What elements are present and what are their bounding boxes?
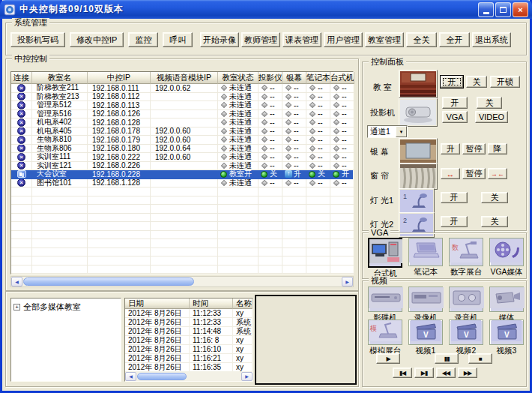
classroom-row[interactable]: 大会议室192.168.0.228教室开关↑升关开 [11,170,353,179]
log-column-header[interactable]: 时间 [190,298,233,309]
screen-up-button[interactable]: 升 [441,143,460,154]
screen-down-button[interactable]: 降 [488,143,507,154]
video-item-video3[interactable]: V 视频3 [487,320,526,356]
system-button[interactable]: 教师管理 [241,32,280,47]
classroom-image-button[interactable] [399,70,438,98]
minimize-button[interactable] [478,2,494,17]
projector-image-button[interactable] [399,98,438,127]
log-row[interactable]: 2012年 8月26日11:16:10xy [125,345,253,354]
log-row[interactable]: 2012年 8月26日11:16:21xy [125,354,253,363]
empty-cell [259,188,282,196]
classroom-row[interactable]: ×实训室121192.168.0.226未连通-------- [11,162,353,171]
system-button[interactable]: 全开 [439,32,470,47]
classroom-on-button[interactable]: 开 [441,76,463,88]
log-scroll-left-icon[interactable]: ◀ [125,372,136,381]
column-header[interactable]: 中控IP [88,72,151,84]
classroom-row[interactable]: ×机电系405192.168.0.178192.0.0.60未连通-------… [11,128,353,136]
classroom-row[interactable]: ×阶梯教室213192.168.0.112未连通-------- [11,93,353,102]
screen-pause-button[interactable]: 暂停 [462,143,486,154]
curtain-pause-button[interactable]: 暂停 [462,168,486,179]
log-row[interactable]: 2012年 8月26日11:14:48系统 [125,327,253,336]
column-header[interactable]: 教室状态 [218,72,259,84]
light1-image-button[interactable]: 1 [399,188,435,214]
system-button[interactable]: 修改中控IP [70,32,124,47]
column-header[interactable]: 投影仪 [259,72,282,84]
system-button[interactable]: 全关 [406,32,437,47]
system-button[interactable]: 用户管理 [324,32,363,47]
log-row[interactable]: 2012年 8月26日11:12:33xy [125,309,253,318]
video-item-camcorder[interactable]: 媒体 [487,286,526,323]
column-header[interactable]: 银幕 [282,72,306,84]
classroom-row[interactable]: ×生物系810192.168.0.179192.0.0.60未连通-------… [11,136,353,145]
fast-forward-button[interactable]: ▶▶ [458,368,477,378]
scrollbar-thumb[interactable] [23,278,194,286]
system-button[interactable]: 呼叫 [163,32,193,47]
vga-item-media[interactable]: VGA媒体 [487,238,526,278]
maximize-button[interactable] [495,2,511,17]
classroom-row[interactable]: ×机电系402192.168.0.128未连通-------- [11,118,353,128]
curtain-open-button[interactable]: ↔ [441,168,460,179]
curtain-image-button[interactable] [399,163,438,190]
projector-video-button[interactable]: VIDEO [475,111,508,123]
close-button[interactable]: × [513,2,528,17]
curtain-close-button[interactable]: →← [488,168,507,179]
video-item-vcr[interactable]: 录像机 [406,286,445,323]
projector-vga-button[interactable]: VGA [442,111,468,123]
system-button[interactable]: 教室管理 [365,32,404,47]
column-header[interactable]: 笔记本 [306,72,330,84]
video-item-dvd[interactable]: 影碟机 [366,286,405,323]
vga-item-laptop[interactable]: 笔记本 [406,238,445,278]
column-header[interactable]: 视频语音模块IP [151,72,218,84]
column-header[interactable]: 台式机 [330,72,354,84]
screen-image-button[interactable] [399,138,438,165]
vga-item-doc-camera[interactable]: 数 数字展台 [447,238,486,278]
channel-select[interactable]: 通道1 ▼ [367,125,408,138]
chevron-down-icon[interactable]: ▼ [396,126,407,137]
classroom-off-button[interactable]: 关 [466,76,487,88]
vga-item-desktop[interactable]: 台式机 [366,238,405,279]
log-scrollbar-thumb[interactable] [137,373,187,380]
projector-off-button[interactable]: 关 [477,97,502,109]
video-item-video1[interactable]: V 视频1 [406,320,445,356]
classroom-unlock-button[interactable]: 开锁 [490,76,520,88]
video-item-video2[interactable]: V 视频2 [447,320,486,356]
log-horizontal-scrollbar[interactable]: ◀ ▶ [125,371,253,381]
skip-start-button[interactable]: ▮◀ [393,368,412,378]
play-button[interactable]: ▶ [376,353,400,364]
video-item-analog-presenter[interactable]: 模 模拟展台 [366,320,405,356]
scroll-left-arrow-icon[interactable]: ◀ [11,277,22,286]
system-button[interactable]: 监控 [128,32,158,47]
classroom-row[interactable]: ×实训室111192.168.0.222192.0.0.60未连通-------… [11,153,353,162]
column-header[interactable]: 连接 [11,72,32,84]
log-row[interactable]: 2012年 8月26日11:16: 8xy [125,336,253,345]
stop-button[interactable]: ■ [468,353,492,364]
video-item-recorder[interactable]: 录音机 [447,286,486,323]
scroll-right-arrow-icon[interactable]: ▶ [342,277,353,286]
skip-end-button[interactable]: ▶▮ [414,368,434,378]
rewind-button[interactable]: ◀◀ [436,368,456,378]
light2-on-button[interactable]: 开 [441,216,468,227]
log-scroll-right-icon[interactable]: ▶ [241,372,253,381]
log-row[interactable]: 2012年 8月26日11:12:33系统 [125,318,253,327]
system-button[interactable]: 退出系统 [472,32,511,47]
tree-root-item[interactable]: + 全部多媒体教室 [11,298,121,316]
column-header[interactable]: 教室名 [32,72,88,84]
classroom-row[interactable]: ×图书馆101192.168.1.128未连通-------- [11,179,353,188]
table-horizontal-scrollbar[interactable]: ◀ ▶ [10,276,354,287]
classroom-row[interactable]: ×管理系512192.168.0.113未连通-------- [11,101,353,110]
system-button[interactable]: 投影机写码 [10,32,65,47]
light2-off-button[interactable]: 关 [481,216,508,227]
projector-on-button[interactable]: 开 [442,97,468,109]
classroom-row[interactable]: ×管理系516192.168.0.126未连通-------- [11,110,353,119]
pause-button[interactable]: ▮▮ [435,353,459,364]
light1-off-button[interactable]: 关 [481,192,508,203]
log-column-header[interactable]: 名称 [233,298,253,309]
system-button[interactable]: 开始录像 [200,32,239,47]
tree-expand-icon[interactable]: + [13,304,20,310]
light1-on-button[interactable]: 开 [441,192,468,203]
classroom-status-cell: 未连通 [218,145,259,154]
system-button[interactable]: 课表管理 [282,32,321,47]
classroom-row[interactable]: ×阶梯教室211192.168.0.111192.0.0.62未连通------… [11,84,353,93]
log-column-header[interactable]: 日期 [125,298,190,309]
classroom-row[interactable]: ×生物系806192.168.0.180192.0.0.64未连通-------… [11,145,353,154]
